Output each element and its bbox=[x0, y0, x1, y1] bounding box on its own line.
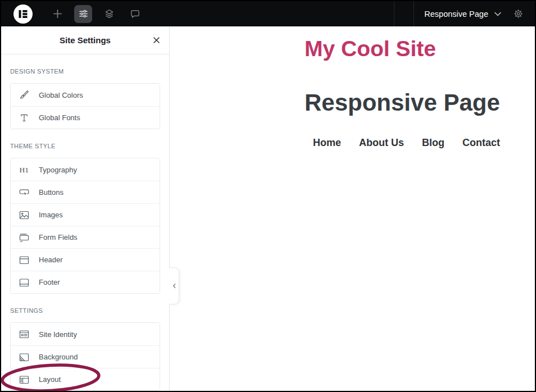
topbar-right-group: Responsive Page bbox=[394, 1, 527, 26]
image-icon bbox=[19, 209, 30, 221]
header-icon bbox=[19, 254, 30, 266]
site-settings-icon bbox=[78, 8, 89, 19]
font-icon bbox=[19, 112, 30, 124]
gear-icon bbox=[513, 8, 524, 19]
nav-item-blog[interactable]: Blog bbox=[422, 137, 444, 149]
items-box-design-system: Global ColorsGlobal Fonts bbox=[10, 83, 160, 129]
background-icon bbox=[19, 352, 30, 363]
settings-item-buttons[interactable]: Buttons bbox=[11, 181, 160, 203]
site-nav: HomeAbout UsBlogContact bbox=[313, 137, 500, 149]
structure-button[interactable] bbox=[100, 5, 118, 23]
add-element-button[interactable] bbox=[48, 5, 66, 23]
nav-item-about-us[interactable]: About Us bbox=[359, 137, 404, 149]
elementor-logo-icon bbox=[13, 4, 33, 24]
settings-item-label: Footer bbox=[39, 278, 60, 286]
settings-item-label: Global Colors bbox=[39, 91, 83, 99]
settings-item-global-colors[interactable]: Global Colors bbox=[11, 84, 160, 106]
topbar-divider bbox=[414, 1, 414, 26]
settings-item-typography[interactable]: H1Typography bbox=[11, 158, 160, 181]
settings-item-site-identity[interactable]: Site Identity bbox=[11, 323, 160, 345]
settings-item-label: Global Fonts bbox=[39, 113, 80, 122]
h1-icon: H1 bbox=[19, 164, 30, 175]
section-label-theme-style: THEME STYLE bbox=[10, 143, 160, 149]
site-settings-button[interactable] bbox=[74, 5, 92, 23]
form-icon bbox=[19, 232, 30, 243]
page-selector[interactable]: Responsive Page bbox=[424, 10, 501, 19]
topbar: Responsive Page bbox=[1, 1, 535, 26]
section-label-design-system: DESIGN SYSTEM bbox=[10, 68, 160, 75]
svg-text:H1: H1 bbox=[20, 166, 29, 174]
notes-icon bbox=[130, 8, 140, 19]
elementor-editor-window: Responsive Page Site Settings DESIGN SYS… bbox=[0, 0, 536, 392]
page-selector-label: Responsive Page bbox=[424, 10, 488, 19]
site-identity-icon bbox=[19, 329, 30, 340]
settings-item-global-fonts[interactable]: Global Fonts bbox=[11, 106, 160, 129]
settings-item-label: Header bbox=[39, 256, 63, 264]
nav-item-contact[interactable]: Contact bbox=[462, 137, 500, 149]
button-icon bbox=[19, 187, 30, 198]
items-box-settings: Site IdentityBackgroundLayout bbox=[10, 322, 160, 391]
panel-collapse-handle[interactable] bbox=[169, 267, 179, 304]
settings-item-layout[interactable]: Layout bbox=[11, 368, 160, 390]
topbar-left-group bbox=[13, 4, 144, 24]
settings-item-footer[interactable]: Footer bbox=[11, 271, 160, 293]
settings-item-label: Images bbox=[39, 211, 63, 219]
close-icon bbox=[152, 36, 161, 44]
settings-item-label: Form Fields bbox=[39, 233, 78, 241]
section-label-settings: SETTINGS bbox=[10, 307, 160, 314]
layout-icon bbox=[19, 374, 30, 385]
settings-item-label: Site Identity bbox=[39, 330, 77, 339]
page-heading[interactable]: Responsive Page bbox=[305, 89, 500, 116]
panel-title: Site Settings bbox=[60, 35, 111, 45]
brush-icon bbox=[19, 89, 30, 101]
footer-icon bbox=[19, 277, 30, 288]
settings-item-header[interactable]: Header bbox=[11, 248, 160, 271]
site-title[interactable]: My Cool Site bbox=[305, 37, 436, 62]
panel-body: DESIGN SYSTEMGlobal ColorsGlobal FontsTH… bbox=[1, 68, 169, 391]
settings-item-label: Buttons bbox=[39, 188, 63, 197]
settings-item-images[interactable]: Images bbox=[11, 203, 160, 226]
settings-item-background[interactable]: Background bbox=[11, 345, 160, 368]
preview-settings-button[interactable] bbox=[509, 5, 527, 23]
structure-icon bbox=[104, 8, 115, 19]
settings-item-label: Layout bbox=[39, 375, 61, 384]
nav-item-home[interactable]: Home bbox=[313, 137, 341, 149]
add-icon bbox=[52, 8, 63, 19]
site-settings-panel: Site Settings DESIGN SYSTEMGlobal Colors… bbox=[1, 26, 170, 391]
notes-button[interactable] bbox=[126, 5, 144, 23]
chevron-down-icon bbox=[494, 12, 501, 16]
topbar-spacer bbox=[394, 13, 414, 14]
panel-header: Site Settings bbox=[1, 26, 169, 54]
settings-item-form-fields[interactable]: Form Fields bbox=[11, 226, 160, 248]
settings-item-label: Background bbox=[39, 353, 78, 361]
chevron-left-icon bbox=[171, 282, 177, 289]
preview-canvas: My Cool Site Responsive Page HomeAbout U… bbox=[170, 26, 535, 391]
close-button[interactable] bbox=[150, 34, 162, 47]
elementor-logo[interactable] bbox=[13, 4, 33, 24]
items-box-theme-style: H1TypographyButtonsImagesForm FieldsHead… bbox=[10, 158, 160, 294]
settings-item-label: Typography bbox=[39, 166, 77, 174]
